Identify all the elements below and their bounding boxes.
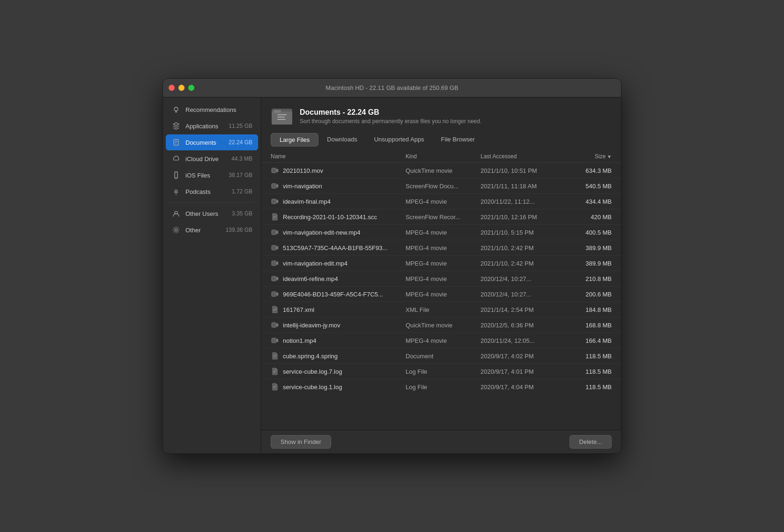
table-row[interactable]: service-cube.log.7.logLog File2020/9/17,… (261, 364, 621, 379)
sidebar-item-label: Podcasts (185, 188, 232, 195)
cell-name: service-cube.log.7.log (271, 367, 406, 376)
file-name: vim-navigation (283, 183, 322, 190)
table-row[interactable]: ideavim6-refine.mp4MPEG-4 movie2020/12/4… (261, 271, 621, 287)
section-header: Documents - 22.24 GB Sort through docume… (261, 97, 621, 127)
sidebar-item-ios[interactable]: iOS Files38.17 GB (166, 167, 258, 183)
table-row[interactable]: notion1.mp4MPEG-4 movie2020/11/24, 12:05… (261, 333, 621, 348)
maximize-button[interactable] (188, 85, 194, 91)
table-row[interactable]: vim-navigation-edit-new.mp4MPEG-4 movie2… (261, 225, 621, 240)
cell-name: vim-navigation-edit.mp4 (271, 259, 406, 267)
doc-file-icon (271, 213, 279, 221)
table-row[interactable]: Recording-2021-01-10-120341.sccScreenFlo… (261, 209, 621, 225)
doc-file-icon (271, 352, 279, 360)
cell-date: 2020/12/4, 10:27... (481, 290, 565, 298)
sidebar-item-label: Other (185, 227, 226, 234)
cell-size: 200.6 MB (565, 290, 612, 298)
svg-point-7 (175, 229, 178, 231)
file-name: Recording-2021-01-10-120341.scc (283, 214, 377, 221)
file-name: notion1.mp4 (283, 337, 317, 344)
cell-date: 2020/9/17, 4:02 PM (481, 352, 565, 360)
sidebar-item-size: 139.36 GB (226, 227, 252, 233)
minimize-button[interactable] (178, 85, 185, 91)
cell-kind: MPEG-4 movie (406, 228, 481, 236)
tab-large-files[interactable]: Large Files (271, 133, 318, 147)
table-row[interactable]: vim-navigation-edit.mp4MPEG-4 movie2021/… (261, 256, 621, 271)
footer-bar: Show in Finder Delete... (261, 430, 621, 453)
cell-name: Recording-2021-01-10-120341.scc (271, 213, 406, 221)
doc-file-icon (271, 367, 279, 376)
svg-point-3 (176, 177, 176, 177)
cell-kind: ScreenFlow Docu... (406, 182, 481, 190)
apps-icon (171, 121, 181, 131)
cell-kind: QuickTime movie (406, 321, 481, 329)
titlebar: Macintosh HD - 22.11 GB available of 250… (163, 79, 621, 97)
file-name: service-cube.log.1.log (283, 384, 342, 391)
cell-size: 118.5 MB (565, 383, 612, 391)
table-row[interactable]: ideavim-final.mp4MPEG-4 movie2020/11/22,… (261, 194, 621, 209)
sidebar-item-otherusers[interactable]: Other Users3.35 GB (166, 206, 258, 222)
cell-size: 389.9 MB (565, 244, 612, 252)
cell-date: 2021/1/10, 2:42 PM (481, 244, 565, 252)
window-title: Macintosh HD - 22.11 GB available of 250… (325, 84, 458, 91)
cell-size: 434.4 MB (565, 197, 612, 206)
file-name: 969E4046-BD13-459F-A5C4-F7C5... (283, 291, 383, 298)
sidebar-item-applications[interactable]: Applications11.25 GB (166, 118, 258, 134)
cell-name: ideavim6-refine.mp4 (271, 274, 406, 283)
cell-name: ideavim-final.mp4 (271, 197, 406, 206)
cell-date: 2021/1/10, 5:15 PM (481, 228, 565, 236)
video-file-icon (271, 228, 279, 236)
cell-name: cube.spring.4.spring (271, 352, 406, 360)
sidebar: RecommendationsApplications11.25 GBDocum… (163, 97, 261, 453)
sidebar-separator (169, 202, 255, 203)
cell-size: 540.5 MB (565, 182, 612, 190)
cell-size: 166.4 MB (565, 336, 612, 345)
cell-date: 2020/12/4, 10:27... (481, 274, 565, 283)
sidebar-item-size: 44.3 MB (231, 155, 252, 162)
table-row[interactable]: 969E4046-BD13-459F-A5C4-F7C5...MPEG-4 mo… (261, 287, 621, 302)
table-row[interactable]: cube.spring.4.springDocument2020/9/17, 4… (261, 348, 621, 364)
delete-button[interactable]: Delete... (570, 435, 612, 449)
cell-size: 118.5 MB (565, 352, 612, 360)
sidebar-item-documents[interactable]: Documents22.24 GB (166, 134, 258, 150)
file-name: service-cube.log.7.log (283, 368, 342, 375)
cell-size: 400.5 MB (565, 228, 612, 236)
svg-rect-23 (272, 338, 276, 343)
col-header-size[interactable]: Size ▼ (565, 153, 612, 160)
table-row[interactable]: 513C59A7-735C-4AAA-B1FB-55F93...MPEG-4 m… (261, 240, 621, 256)
sidebar-item-recommendations[interactable]: Recommendations (166, 102, 258, 118)
section-title-name: Documents (300, 108, 340, 116)
close-button[interactable] (169, 85, 175, 91)
table-row[interactable]: intellij-ideavim-jy.movQuickTime movie20… (261, 318, 621, 333)
cell-kind: Log File (406, 383, 481, 391)
tab-downloads[interactable]: Downloads (318, 133, 365, 147)
cell-size: 118.5 MB (565, 367, 612, 376)
tab-file-browser[interactable]: File Browser (433, 133, 483, 147)
table-row[interactable]: service-cube.log.1.logLog File2020/9/17,… (261, 379, 621, 394)
file-table[interactable]: Name Kind Last Accessed Size ▼ 20210110.… (261, 150, 621, 430)
cell-date: 2021/1/10, 10:51 PM (481, 166, 565, 175)
main-panel: Documents - 22.24 GB Sort through docume… (261, 97, 621, 453)
table-row[interactable]: vim-navigationScreenFlow Docu...2021/1/1… (261, 178, 621, 194)
doc-file-icon (271, 305, 279, 314)
content-area: RecommendationsApplications11.25 GBDocum… (163, 97, 621, 453)
video-file-icon (271, 336, 279, 345)
table-row[interactable]: 20210110.movQuickTime movie2021/1/10, 10… (261, 163, 621, 178)
cell-kind: QuickTime movie (406, 166, 481, 175)
cell-kind: MPEG-4 movie (406, 259, 481, 267)
podcast-icon (171, 187, 181, 196)
svg-rect-22 (272, 323, 276, 327)
cell-kind: MPEG-4 movie (406, 197, 481, 206)
file-name: vim-navigation-edit.mp4 (283, 260, 348, 267)
sidebar-item-icloud[interactable]: iCloud Drive44.3 MB (166, 151, 258, 167)
sidebar-item-other[interactable]: Other139.36 GB (166, 222, 258, 238)
cell-date: 2021/1/11, 11:18 AM (481, 182, 565, 190)
table-row[interactable]: 161767.xmlXML File2021/1/14, 2:54 PM184.… (261, 302, 621, 318)
gear-icon (171, 225, 181, 235)
svg-rect-17 (272, 230, 276, 235)
sidebar-item-podcasts[interactable]: Podcasts1.72 GB (166, 184, 258, 200)
file-name: cube.spring.4.spring (283, 353, 338, 360)
video-file-icon (271, 166, 279, 175)
show-in-finder-button[interactable]: Show in Finder (271, 435, 331, 449)
file-name: vim-navigation-edit-new.mp4 (283, 229, 360, 236)
tab-unsupported-apps[interactable]: Unsupported Apps (366, 133, 433, 147)
